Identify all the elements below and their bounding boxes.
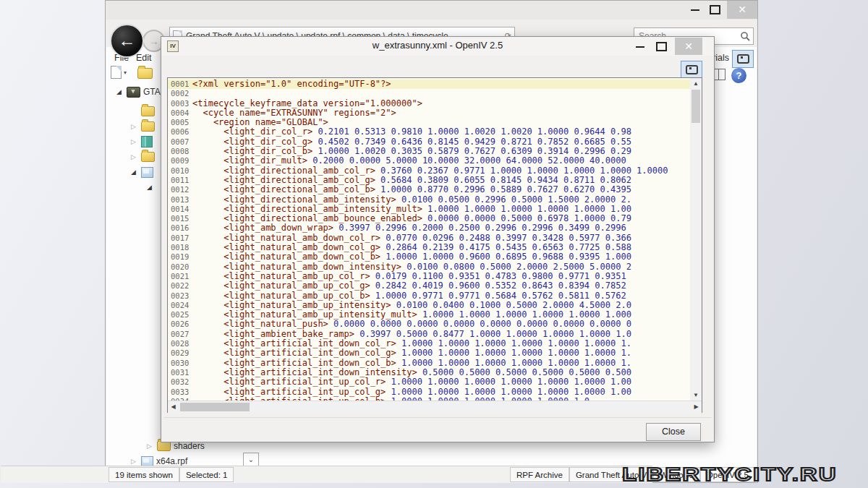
code-line: 0017 <light_natural_amb_down_col_r> 0.07… [168, 234, 690, 243]
code-line: 0014 <light_directional_amb_intensity_mu… [168, 205, 690, 214]
new-file-icon[interactable] [111, 66, 122, 79]
code-line: 0018 <light_natural_amb_down_col_g> 0.28… [168, 243, 690, 252]
collapse-icon[interactable]: ◢ [116, 88, 124, 95]
status-cell: RPF Archive [510, 467, 569, 482]
code-text: <light_natural_amb_up_intensity> 0.0100 … [192, 301, 631, 310]
close-button[interactable]: Close [646, 423, 701, 441]
code-text: <light_directional_amb_intensity> 0.0100… [192, 195, 631, 205]
code-text: <light_natural_amb_down_col_g> 0.2864 0.… [192, 243, 631, 252]
back-button[interactable]: ← [110, 24, 144, 58]
tree-item[interactable]: ◢ [131, 166, 153, 179]
dialog-maximize-icon[interactable] [656, 42, 667, 51]
tree-item[interactable]: ▷ [131, 135, 153, 148]
code-lines: 0001<?xml version="1.0" encoding="UTF-8"… [168, 80, 690, 401]
code-text: <light_natural_amb_up_col_g> 0.2842 0.40… [192, 281, 626, 291]
code-text: <light_natural_amb_down_col_b> 1.0000 1.… [192, 252, 631, 262]
code-line: 0010 <light_directional_amb_col_r> 0.376… [168, 166, 690, 176]
chevron-down-icon[interactable]: ⌄ [243, 453, 259, 467]
main-titlebar[interactable] [106, 1, 757, 20]
maximize-icon[interactable] [710, 5, 720, 14]
collapse-icon[interactable]: ◢ [147, 184, 154, 191]
expand-icon[interactable]: ▷ [131, 153, 138, 160]
preview-toggle-button[interactable] [732, 50, 754, 68]
line-number: 0018 [168, 243, 192, 252]
expand-icon[interactable]: ▷ [131, 123, 138, 130]
code-text: <light_natural_amb_up_col_r> 0.0179 0.11… [192, 272, 626, 281]
view-mode-toggle-button[interactable] [681, 61, 702, 79]
expand-icon[interactable]: ▷ [147, 442, 154, 450]
collapse-icon[interactable]: ◢ [131, 168, 138, 176]
vertical-scrollbar[interactable]: ▲ ▼ [690, 78, 702, 401]
code-text: <light_natural_amb_up_intensity_mult> 1.… [192, 310, 631, 320]
code-line: 0012 <light_directional_amb_col_b> 1.000… [168, 185, 690, 194]
horizontal-scroll-thumb[interactable] [180, 403, 250, 411]
expand-icon[interactable]: ▷ [131, 458, 138, 465]
scroll-up-icon[interactable]: ▲ [690, 78, 702, 89]
dialog-minimize-icon[interactable] [636, 46, 644, 48]
code-line: 0027 <light_ambient_bake_ramp> 0.3997 0.… [168, 330, 690, 339]
code-line: 0006 <light_dir_col_r> 0.2101 0.5313 0.9… [168, 127, 690, 137]
line-number: 0004 [168, 108, 192, 118]
line-number: 0025 [168, 310, 192, 320]
code-line: 0004 <cycle name="EXTRASUNNY" regions="2… [168, 108, 690, 118]
books-icon [141, 136, 153, 147]
code-text: <?xml version="1.0" encoding="UTF-8"?> [192, 80, 391, 89]
line-number: 0019 [168, 252, 192, 262]
xml-editor[interactable]: 0001<?xml version="1.0" encoding="UTF-8"… [167, 77, 702, 413]
dialog-close-icon[interactable]: ✕ [675, 38, 702, 55]
code-line: 0003<timecycle_keyframe_data version="1.… [168, 99, 690, 108]
code-text: <light_artificial_int_down_col_b> 1.0000… [192, 359, 631, 368]
scroll-right-icon[interactable]: ▶ [691, 401, 702, 413]
code-text: <light_directional_amb_col_b> 1.0000 0.8… [192, 185, 631, 194]
code-line: 0022 <light_natural_amb_up_col_g> 0.2842… [168, 281, 690, 291]
vertical-scroll-thumb[interactable] [692, 90, 700, 123]
horizontal-scrollbar[interactable]: ◀ ▶ [168, 401, 702, 413]
code-line: 0024 <light_natural_amb_up_intensity> 0.… [168, 301, 690, 310]
line-number: 0024 [168, 301, 192, 310]
new-file-dropdown-icon[interactable]: ▾ [124, 69, 127, 76]
code-text: <light_ambient_bake_ramp> 0.3997 0.5000 … [192, 330, 631, 339]
line-number: 0016 [168, 223, 192, 233]
close-icon[interactable]: ✕ [727, 1, 757, 19]
code-text: <light_dir_col_r> 0.2101 0.5313 0.9810 1… [192, 127, 631, 137]
line-number: 0003 [168, 99, 192, 108]
scroll-left-icon[interactable]: ◀ [168, 401, 179, 413]
line-number: 0029 [168, 348, 192, 358]
line-number: 0026 [168, 320, 192, 329]
code-line: 0026 <light_natural_push> 0.0000 0.0000 … [168, 320, 690, 329]
code-line: 0013 <light_directional_amb_intensity> 0… [168, 195, 690, 205]
line-number: 0005 [168, 118, 192, 127]
tree-item[interactable] [131, 105, 155, 118]
help-icon[interactable]: ? [731, 68, 746, 83]
line-number: 0032 [168, 377, 192, 387]
divider [164, 417, 711, 418]
code-text: <light_amb_down_wrap> 0.3997 0.2996 0.20… [192, 223, 626, 233]
line-number: 0031 [168, 368, 192, 377]
tree-item[interactable]: ▷ [131, 150, 155, 163]
code-line: 0020 <light_natural_amb_down_intensity> … [168, 262, 690, 272]
xml-viewer-dialog: IV w_extrasunny.xml - OpenIV 2.5 ✕ 0001<… [161, 36, 715, 442]
preview-icon [737, 54, 749, 64]
code-line: 0009 <light_dir_mult> 0.2000 0.0000 5.00… [168, 156, 690, 166]
line-number: 0001 [168, 80, 192, 89]
status-cell: Selected: 1 [179, 467, 234, 482]
expand-icon[interactable]: ▷ [131, 138, 138, 145]
code-line: 0007 <light_dir_col_g> 0.4502 0.7349 0.6… [168, 137, 690, 147]
code-text: <light_natural_amb_up_col_b> 1.0000 0.97… [192, 291, 626, 301]
scroll-down-icon[interactable]: ▼ [690, 390, 702, 401]
code-line: 0028 <light_artificial_int_down_col_r> 1… [168, 339, 690, 348]
code-line: 0011 <light_directional_amb_col_g> 0.568… [168, 176, 690, 185]
dialog-title: w_extrasunny.xml - OpenIV 2.5 [161, 40, 714, 51]
code-line: 0029 <light_artificial_int_down_col_g> 1… [168, 348, 690, 358]
code-line: 0008 <light_dir_col_b> 1.0000 1.0020 0.3… [168, 147, 690, 156]
tree-item[interactable]: ▷ [131, 120, 155, 133]
line-number: 0010 [168, 166, 192, 176]
open-folder-icon[interactable] [137, 68, 153, 79]
minimize-icon[interactable] [691, 9, 699, 11]
code-text: <light_artificial_int_down_col_r> 1.0000… [192, 339, 631, 348]
line-number: 0009 [168, 156, 192, 166]
folder-icon [141, 106, 155, 116]
menu-edit[interactable]: Edit [136, 53, 152, 63]
code-text: <cycle name="EXTRASUNNY" regions="2"> [192, 108, 396, 118]
code-line: 0005 <region name="GLOBAL"> [168, 118, 690, 127]
